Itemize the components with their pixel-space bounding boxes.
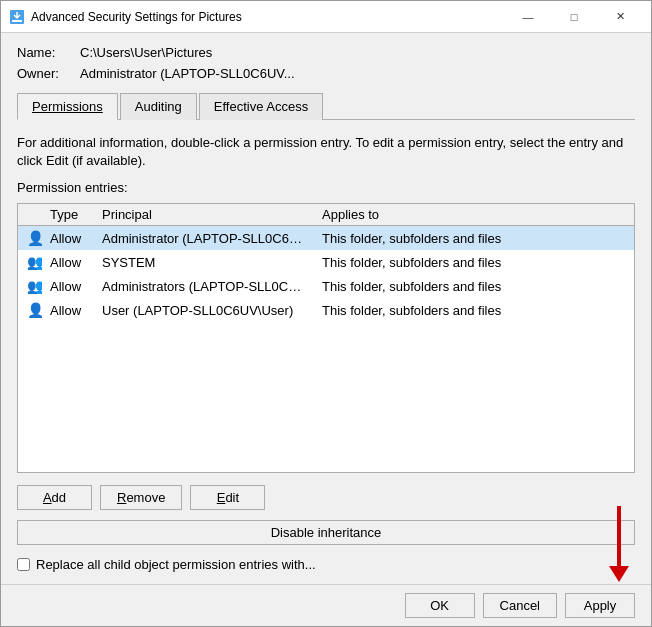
window-title: Advanced Security Settings for Pictures bbox=[31, 10, 505, 24]
row-principal: SYSTEM bbox=[94, 250, 314, 274]
arrow-line bbox=[617, 506, 621, 566]
remove-button[interactable]: Remove bbox=[100, 485, 182, 510]
col-applies-to: Applies to bbox=[314, 204, 634, 226]
ok-button[interactable]: OK bbox=[405, 593, 475, 618]
owner-row: Owner: Administrator (LAPTOP-SLL0C6UV... bbox=[17, 66, 635, 81]
footer: OK Cancel Apply bbox=[1, 584, 651, 626]
arrow-head bbox=[609, 566, 629, 582]
action-buttons: Add Remove Edit bbox=[17, 485, 635, 510]
row-type: Allow bbox=[42, 250, 94, 274]
advanced-security-window: Advanced Security Settings for Pictures … bbox=[0, 0, 652, 627]
window-controls: — □ ✕ bbox=[505, 4, 643, 30]
name-row: Name: C:\Users\User\Pictures bbox=[17, 45, 635, 60]
disable-inheritance-button[interactable]: Disable inheritance bbox=[17, 520, 635, 545]
row-applies-to: This folder, subfolders and files bbox=[314, 274, 634, 298]
add-button[interactable]: Add bbox=[17, 485, 92, 510]
edit-button[interactable]: Edit bbox=[190, 485, 265, 510]
tabs-bar: Permissions Auditing Effective Access bbox=[17, 93, 635, 120]
row-principal: Administrator (LAPTOP-SLL0C6U... bbox=[94, 226, 314, 251]
arrow-indicator bbox=[609, 506, 629, 582]
cancel-button[interactable]: Cancel bbox=[483, 593, 557, 618]
row-type: Allow bbox=[42, 274, 94, 298]
permission-table: Type Principal Applies to 👤 Allow Admini… bbox=[18, 204, 634, 322]
tab-effective-access[interactable]: Effective Access bbox=[199, 93, 323, 120]
minimize-button[interactable]: — bbox=[505, 4, 551, 30]
row-type: Allow bbox=[42, 298, 94, 322]
row-icon: 👥 bbox=[18, 250, 42, 274]
row-principal: Administrators (LAPTOP-SLL0C6... bbox=[94, 274, 314, 298]
title-bar: Advanced Security Settings for Pictures … bbox=[1, 1, 651, 33]
permission-table-container: Type Principal Applies to 👤 Allow Admini… bbox=[17, 203, 635, 473]
main-content: Name: C:\Users\User\Pictures Owner: Admi… bbox=[1, 33, 651, 584]
window-icon bbox=[9, 9, 25, 25]
row-type: Allow bbox=[42, 226, 94, 251]
row-applies-to: This folder, subfolders and files bbox=[314, 298, 634, 322]
row-icon: 👥 bbox=[18, 274, 42, 298]
table-row[interactable]: 👤 Allow Administrator (LAPTOP-SLL0C6U...… bbox=[18, 226, 634, 251]
row-icon: 👤 bbox=[18, 298, 42, 322]
table-row[interactable]: 👥 Allow Administrators (LAPTOP-SLL0C6...… bbox=[18, 274, 634, 298]
replace-permissions-label: Replace all child object permission entr… bbox=[36, 557, 316, 572]
table-row[interactable]: 👤 Allow User (LAPTOP-SLL0C6UV\User) This… bbox=[18, 298, 634, 322]
owner-value: Administrator (LAPTOP-SLL0C6UV... bbox=[80, 66, 295, 81]
table-row[interactable]: 👥 Allow SYSTEM This folder, subfolders a… bbox=[18, 250, 634, 274]
name-value: C:\Users\User\Pictures bbox=[80, 45, 212, 60]
apply-button[interactable]: Apply bbox=[565, 593, 635, 618]
info-text: For additional information, double-click… bbox=[17, 134, 635, 170]
name-label: Name: bbox=[17, 45, 72, 60]
tab-auditing[interactable]: Auditing bbox=[120, 93, 197, 120]
replace-permissions-row: Replace all child object permission entr… bbox=[17, 557, 635, 572]
replace-permissions-checkbox[interactable] bbox=[17, 558, 30, 571]
row-icon: 👤 bbox=[18, 226, 42, 251]
close-button[interactable]: ✕ bbox=[597, 4, 643, 30]
row-principal: User (LAPTOP-SLL0C6UV\User) bbox=[94, 298, 314, 322]
svg-rect-1 bbox=[12, 20, 22, 22]
row-applies-to: This folder, subfolders and files bbox=[314, 250, 634, 274]
row-applies-to: This folder, subfolders and files bbox=[314, 226, 634, 251]
owner-label: Owner: bbox=[17, 66, 72, 81]
maximize-button[interactable]: □ bbox=[551, 4, 597, 30]
permission-entries-label: Permission entries: bbox=[17, 180, 635, 195]
col-icon bbox=[18, 204, 42, 226]
tab-permissions[interactable]: Permissions bbox=[17, 93, 118, 120]
col-type: Type bbox=[42, 204, 94, 226]
col-principal: Principal bbox=[94, 204, 314, 226]
